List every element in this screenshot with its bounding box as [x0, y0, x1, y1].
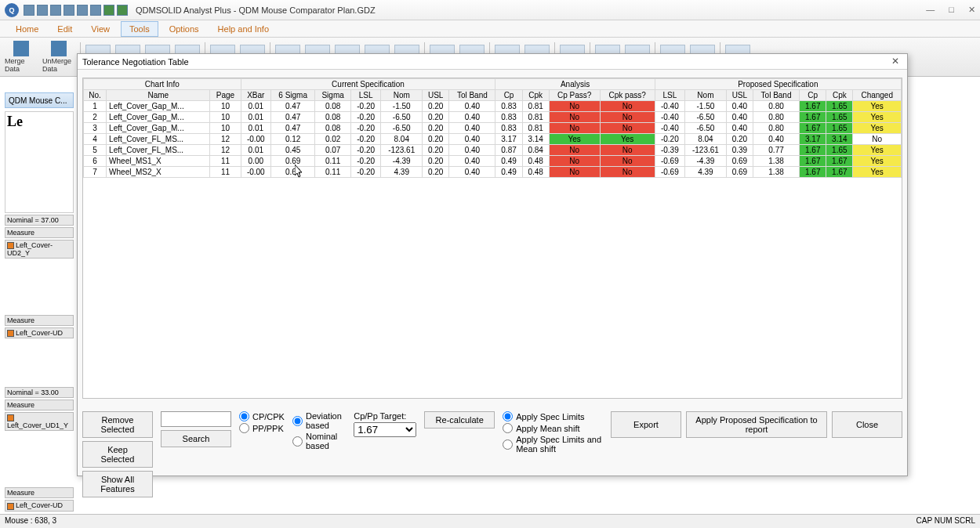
- maximize-icon[interactable]: □: [949, 5, 954, 15]
- table-cell: -0.20: [350, 156, 380, 167]
- table-cell: 0.83: [495, 123, 522, 134]
- column-header[interactable]: Nom: [685, 90, 727, 101]
- table-row[interactable]: 5Left_Cover_FL_MS...120.010.450.07-0.20-…: [84, 145, 902, 156]
- table-cell: -6.50: [381, 123, 423, 134]
- unmerge-data-button[interactable]: UnMerge Data: [42, 41, 75, 74]
- ppppk-radio[interactable]: PP/PPK: [239, 423, 285, 433]
- mouse-position: Mouse : 638, 3: [5, 516, 56, 526]
- column-header[interactable]: 6 Sigma: [271, 90, 315, 101]
- cpcpk-radio[interactable]: CP/CPK: [239, 411, 285, 421]
- column-header[interactable]: Name: [107, 90, 210, 101]
- table-cell: 2: [84, 112, 107, 123]
- column-header[interactable]: Page: [210, 90, 241, 101]
- nominal-based-radio[interactable]: Nominal based: [292, 432, 346, 450]
- apply-proposed-button[interactable]: Apply Proposed Specification to report: [686, 411, 827, 438]
- column-header[interactable]: Cpk pass?: [600, 90, 655, 101]
- table-cell: 0.20: [423, 112, 449, 123]
- table-cell: -6.50: [685, 123, 727, 134]
- minimize-icon[interactable]: —: [926, 5, 935, 15]
- table-cell: 0.01: [241, 123, 270, 134]
- search-input[interactable]: [161, 411, 231, 427]
- qat-back-icon[interactable]: [103, 5, 114, 16]
- column-header[interactable]: USL: [726, 90, 753, 101]
- table-cell: 0.20: [423, 145, 449, 156]
- qat-save-icon[interactable]: [50, 5, 61, 16]
- table-cell: 1.67: [800, 145, 826, 156]
- close-icon[interactable]: ✕: [968, 5, 975, 15]
- deviation-based-radio[interactable]: Deviation based: [292, 411, 346, 430]
- cp-target-select[interactable]: 1.67: [354, 422, 416, 437]
- table-cell: 0.01: [241, 145, 270, 156]
- menu-view[interactable]: View: [83, 22, 118, 36]
- table-row[interactable]: 4Left_Cover_FL_MS...12-0.000.120.02-0.20…: [84, 134, 902, 145]
- table-cell: 0.49: [495, 167, 522, 178]
- dialog-bottom-controls: Remove Selected Keep Selected Show All F…: [82, 408, 902, 471]
- recalculate-button[interactable]: Re-calculate: [424, 411, 495, 429]
- menu-edit[interactable]: Edit: [49, 22, 80, 36]
- table-cell: Yes: [853, 167, 902, 178]
- menu-home[interactable]: Home: [8, 22, 46, 36]
- table-cell: 12: [210, 145, 241, 156]
- apply-mean-shift-radio[interactable]: Apply Mean shift: [503, 423, 603, 433]
- table-cell: Wheel_MS1_X: [107, 156, 210, 167]
- column-header[interactable]: Cp Pass?: [549, 90, 600, 101]
- qat-forward-icon[interactable]: [117, 5, 128, 16]
- table-cell: 0.69: [271, 156, 315, 167]
- table-container[interactable]: Chart Info Current Specification Analysi…: [82, 78, 902, 399]
- table-row[interactable]: 2Left_Cover_Gap_M...100.010.470.08-0.20-…: [84, 112, 902, 123]
- table-cell: 0.48: [522, 156, 549, 167]
- column-header[interactable]: Changed: [853, 90, 902, 101]
- search-button[interactable]: Search: [161, 430, 231, 447]
- table-row[interactable]: 7Wheel_MS2_X11-0.000.690.11-0.204.390.20…: [84, 167, 902, 178]
- table-cell: 0.40: [449, 101, 495, 112]
- document-tab[interactable]: QDM Mouse C...: [5, 92, 74, 108]
- table-row[interactable]: 3Left_Cover_Gap_M...100.010.470.08-0.20-…: [84, 123, 902, 134]
- feature-item[interactable]: Left_Cover_UD1_Y: [5, 412, 74, 431]
- column-header[interactable]: LSL: [350, 90, 380, 101]
- apply-spec-limits-radio[interactable]: Apply Spec Limits: [503, 411, 603, 421]
- menu-options[interactable]: Options: [162, 22, 207, 36]
- table-cell: 0.45: [271, 145, 315, 156]
- column-header[interactable]: Sigma: [315, 90, 351, 101]
- column-header[interactable]: Cp: [495, 90, 522, 101]
- column-header[interactable]: USL: [423, 90, 449, 101]
- table-cell: 0.11: [315, 156, 351, 167]
- table-row[interactable]: 6Wheel_MS1_X110.000.690.11-0.20-4.390.20…: [84, 156, 902, 167]
- table-cell: 0.20: [423, 134, 449, 145]
- column-header[interactable]: Nom: [381, 90, 423, 101]
- nominal-label: Nominal = 37.00: [5, 215, 74, 226]
- apply-both-radio[interactable]: Apply Spec Limits and Mean shift: [503, 435, 603, 454]
- qat-icon[interactable]: [64, 5, 74, 16]
- qat-open-icon[interactable]: [37, 5, 48, 16]
- table-cell: -0.00: [241, 167, 270, 178]
- column-header[interactable]: Tol Band: [449, 90, 495, 101]
- keep-selected-button[interactable]: Keep Selected: [82, 441, 153, 468]
- measure-label: Measure: [5, 227, 74, 238]
- qat-new-icon[interactable]: [24, 5, 34, 16]
- table-cell: 1.67: [826, 167, 853, 178]
- table-row[interactable]: 1Left_Cover_Gap_M...100.010.470.08-0.20-…: [84, 101, 902, 112]
- column-header[interactable]: Cpk: [522, 90, 549, 101]
- menu-tools[interactable]: Tools: [121, 21, 158, 37]
- export-button[interactable]: Export: [611, 411, 681, 438]
- group-chart-info: Chart Info: [84, 79, 241, 90]
- qat-icon[interactable]: [90, 5, 101, 16]
- column-header[interactable]: Tol Band: [753, 90, 799, 101]
- close-button[interactable]: Close: [832, 411, 902, 438]
- feature-item[interactable]: Left_Cover-UD2_Y: [5, 240, 74, 259]
- feature-item[interactable]: Left_Cover-UD: [5, 327, 74, 338]
- table-cell: 10: [210, 101, 241, 112]
- qat-icon[interactable]: [77, 5, 88, 16]
- column-header[interactable]: Cpk: [826, 90, 853, 101]
- column-header[interactable]: XBar: [241, 90, 270, 101]
- show-all-features-button[interactable]: Show All Features: [82, 471, 153, 497]
- menu-help[interactable]: Help and Info: [210, 22, 277, 36]
- merge-data-button[interactable]: Merge Data: [5, 41, 38, 74]
- dialog-close-icon[interactable]: ✕: [888, 56, 902, 68]
- remove-selected-button[interactable]: Remove Selected: [82, 411, 153, 438]
- table-cell: 1.67: [826, 156, 853, 167]
- column-header[interactable]: Cp: [800, 90, 826, 101]
- column-header[interactable]: LSL: [655, 90, 684, 101]
- column-header[interactable]: No.: [84, 90, 107, 101]
- feature-item[interactable]: Left_Cover-UD: [5, 500, 74, 511]
